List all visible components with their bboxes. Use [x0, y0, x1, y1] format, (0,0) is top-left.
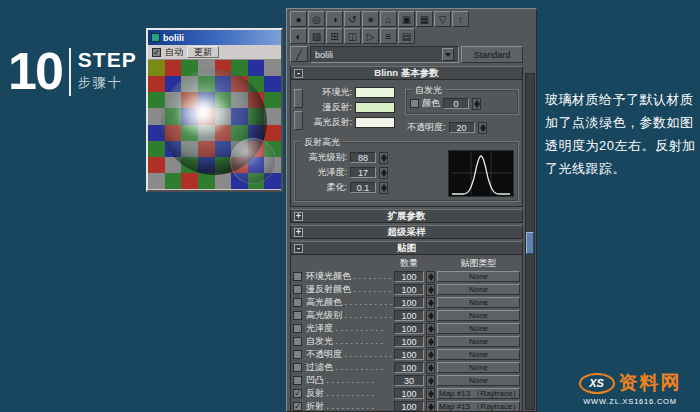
map-enable-checkbox[interactable]	[293, 324, 302, 333]
opacity-spinner[interactable]	[478, 122, 487, 134]
map-slot-button[interactable]: None	[437, 323, 520, 334]
material-map-navigator-icon[interactable]: ▤	[398, 28, 415, 44]
map-amount-field[interactable]: 100	[394, 362, 424, 373]
map-amount-field[interactable]: 30	[394, 375, 424, 386]
collapse-icon[interactable]	[294, 244, 303, 253]
amount-spinner[interactable]	[426, 375, 435, 387]
auto-update-label: 自动	[165, 46, 183, 59]
map-enable-checkbox[interactable]	[293, 389, 302, 398]
options-icon[interactable]: ≡	[380, 28, 397, 44]
auto-update-checkbox[interactable]	[152, 48, 161, 57]
value-spinner[interactable]	[379, 167, 388, 179]
map-amount-field[interactable]: 100	[394, 297, 424, 308]
make-preview-icon[interactable]: ▷	[362, 28, 379, 44]
map-slot-button[interactable]: None	[437, 271, 520, 282]
value-spinner[interactable]	[379, 152, 388, 164]
pick-material-button[interactable]: ╱	[290, 46, 308, 62]
uv-tiling-icon[interactable]: ⊞	[326, 28, 343, 44]
make-unique-icon[interactable]: ∗	[362, 11, 379, 27]
rollout-supersampling[interactable]: 超级采样	[290, 225, 523, 239]
amount-spinner[interactable]	[426, 401, 435, 412]
background-icon[interactable]: ▨	[308, 28, 325, 44]
map-slot-button[interactable]: None	[437, 297, 520, 308]
color-swatch[interactable]	[355, 117, 395, 128]
spec-value-field[interactable]: 88	[350, 152, 376, 163]
spec-value-field[interactable]: 17	[350, 167, 376, 178]
amount-spinner[interactable]	[426, 336, 435, 348]
amount-spinner[interactable]	[426, 388, 435, 400]
reset-map-icon[interactable]: ↺	[344, 11, 361, 27]
panel-scrollbar[interactable]	[525, 73, 535, 410]
map-amount-field[interactable]: 100	[394, 271, 424, 282]
put-to-library-icon[interactable]: ⌂	[380, 11, 397, 27]
map-amount-field[interactable]: 100	[394, 336, 424, 347]
window-titlebar[interactable]: bolili	[148, 30, 281, 45]
map-type-column-header: 贴图类型	[437, 257, 520, 270]
map-amount-field[interactable]: 100	[394, 284, 424, 295]
map-enable-checkbox[interactable]	[293, 350, 302, 359]
amount-spinner[interactable]	[426, 310, 435, 322]
material-render-preview	[148, 60, 281, 189]
map-enable-checkbox[interactable]	[293, 272, 302, 281]
rollout-extended-params[interactable]: 扩展参数	[290, 209, 523, 223]
map-slot-button[interactable]: Map #15 （Raytrace）	[437, 401, 520, 412]
map-row: 高光级别100None	[293, 309, 520, 322]
video-color-check-icon[interactable]: ◫	[344, 28, 361, 44]
map-enable-checkbox[interactable]	[293, 402, 302, 411]
map-slot-button[interactable]: None	[437, 362, 520, 373]
amount-spinner[interactable]	[426, 284, 435, 296]
map-slot-button[interactable]: None	[437, 284, 520, 295]
map-slot-button[interactable]: None	[437, 310, 520, 321]
map-enable-checkbox[interactable]	[293, 285, 302, 294]
lock-diffuse-specular-button[interactable]	[294, 111, 303, 130]
map-slot-button[interactable]: None	[437, 375, 520, 386]
show-end-result-icon[interactable]: ▽	[434, 11, 451, 27]
collapse-icon[interactable]	[294, 69, 303, 78]
map-enable-checkbox[interactable]	[293, 298, 302, 307]
backlight-icon[interactable]: ◐	[290, 28, 307, 44]
amount-spinner[interactable]	[426, 323, 435, 335]
go-to-parent-icon[interactable]: ↑	[452, 11, 469, 27]
assign-material-to-selection-icon[interactable]: ◑	[326, 11, 343, 27]
spec-value-field[interactable]: 0.1	[350, 182, 376, 193]
map-amount-field[interactable]: 100	[394, 401, 424, 412]
amount-spinner[interactable]	[426, 362, 435, 374]
rollout-basic-params[interactable]: Blinn 基本参数	[290, 66, 523, 80]
map-enable-checkbox[interactable]	[293, 363, 302, 372]
material-type-button[interactable]: Standard	[461, 46, 523, 63]
map-enable-checkbox[interactable]	[293, 337, 302, 346]
map-slot-button[interactable]: Map #13 （Raytrace）	[437, 388, 520, 399]
scrollbar-thumb[interactable]	[526, 232, 534, 254]
map-amount-field[interactable]: 100	[394, 323, 424, 334]
show-map-in-viewport-icon[interactable]: ▦	[416, 11, 433, 27]
map-enable-checkbox[interactable]	[293, 311, 302, 320]
self-illum-spinner[interactable]	[472, 98, 481, 110]
get-material-icon[interactable]: ●	[290, 11, 307, 27]
map-slot-button[interactable]: None	[437, 336, 520, 347]
color-swatch[interactable]	[355, 87, 395, 98]
opacity-value-field[interactable]: 20	[449, 122, 475, 133]
map-enable-checkbox[interactable]	[293, 376, 302, 385]
step-subtitle: 步骤十	[78, 74, 137, 92]
expand-icon[interactable]	[294, 228, 303, 237]
put-material-icon[interactable]: ◎	[308, 11, 325, 27]
self-illum-color-checkbox[interactable]	[410, 99, 419, 108]
amount-spinner[interactable]	[426, 271, 435, 283]
value-spinner[interactable]	[379, 182, 388, 194]
map-amount-field[interactable]: 100	[394, 388, 424, 399]
rollout-maps[interactable]: 贴图	[290, 241, 523, 255]
expand-icon[interactable]	[294, 212, 303, 221]
map-slot-button[interactable]: None	[437, 349, 520, 360]
chevron-down-icon[interactable]	[442, 48, 454, 61]
amount-spinner[interactable]	[426, 349, 435, 361]
lock-ambient-diffuse-button[interactable]	[294, 89, 303, 108]
window-title: bolili	[163, 33, 184, 43]
self-illum-value-field[interactable]: 0	[443, 98, 469, 109]
material-id-icon[interactable]: ▣	[398, 11, 415, 27]
map-amount-field[interactable]: 100	[394, 310, 424, 321]
map-amount-field[interactable]: 100	[394, 349, 424, 360]
color-swatch[interactable]	[355, 102, 395, 113]
material-name-dropdown[interactable]: bolili	[310, 46, 459, 63]
amount-spinner[interactable]	[426, 297, 435, 309]
update-button[interactable]: 更新	[187, 46, 219, 58]
